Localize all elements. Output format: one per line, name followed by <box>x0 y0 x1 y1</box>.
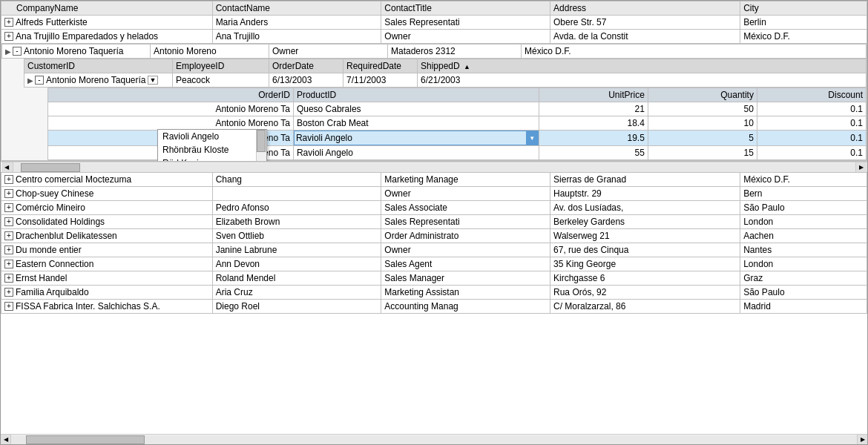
bottom-scrollbar[interactable]: ◀ ▶ <box>1 434 867 444</box>
expand-button[interactable]: + <box>4 217 13 226</box>
h-scroll-track[interactable] <box>13 163 855 172</box>
sub-expand-button[interactable]: - <box>35 76 44 85</box>
table-row[interactable]: + Alfreds Futterkiste Maria Anders Sales… <box>1 16 867 30</box>
table-row[interactable]: + Centro comercial Moctezuma Chang Marke… <box>1 173 867 187</box>
sub-col-customerid[interactable]: CustomerID <box>24 59 173 73</box>
table-row[interactable]: + Familia Arquibaldo Aria Cruz Marketing… <box>1 286 867 300</box>
expand-button[interactable]: - <box>13 47 22 56</box>
expand-button[interactable]: + <box>4 18 13 27</box>
detail-col-discount[interactable]: Discount <box>757 88 866 102</box>
expand-button[interactable]: + <box>4 288 13 297</box>
scroll-left-btn[interactable]: ◀ <box>4 164 9 171</box>
h-scroll-right-btn[interactable]: ▶ <box>861 436 865 443</box>
expand-button[interactable]: + <box>4 245 13 254</box>
h-scroll-track-bottom[interactable] <box>11 435 857 444</box>
expand-button[interactable]: + <box>4 302 13 311</box>
detail-row[interactable]: Antonio Moreno Ta Queso Cabrales 21 50 0… <box>48 102 867 116</box>
table-row[interactable]: + FISSA Fabrica Inter. Salchichas S.A. D… <box>1 300 867 314</box>
col-contact[interactable]: ContactName <box>212 1 381 16</box>
dropdown-scrollbar-thumb[interactable] <box>257 130 266 152</box>
current-row-indicator: ▶ <box>5 47 11 56</box>
sub-col-employeeid[interactable]: EmployeeID <box>173 59 269 73</box>
main-grid[interactable]: CompanyName ContactName ContactTitle Add… <box>1 1 867 434</box>
sub-col-orderdate[interactable]: OrderDate <box>269 59 343 73</box>
table-row[interactable]: + Drachenblut Delikatessen Sven Ottlieb … <box>1 229 867 243</box>
h-scroll-thumb[interactable] <box>21 163 80 172</box>
product-dropdown[interactable]: Ravioli Angelo ▼ <box>294 131 539 145</box>
table-row[interactable]: + Ernst Handel Roland Mendel Sales Manag… <box>1 271 867 286</box>
table-row[interactable]: + Du monde entier Janine Labrune Owner 6… <box>1 243 867 257</box>
sub-table-row[interactable]: ▶ - Antonio Moreno Taquería ▼ <box>24 73 867 88</box>
orders-sub-table: CustomerID EmployeeID OrderDate <box>24 59 867 88</box>
table-row[interactable]: + Chop-suey Chinese Owner Hauptstr. 29 B… <box>1 187 867 201</box>
dropdown-item[interactable]: Röd Kaviar <box>158 156 256 162</box>
table-row-expanded[interactable]: ▶ - Antonio Moreno Taquería Antonio More… <box>1 44 867 162</box>
detail-col-orderid[interactable]: OrderID <box>48 88 294 102</box>
expand-button[interactable]: + <box>4 260 13 268</box>
detail-col-unitprice[interactable]: UnitPrice <box>539 88 648 102</box>
detail-row[interactable]: Antonio Moreno Ta Boston Crab Meat 18.4 … <box>48 116 867 131</box>
col-company[interactable]: CompanyName <box>1 1 213 16</box>
dropdown-item[interactable]: Ravioli Angelo <box>158 130 256 143</box>
scroll-right-btn[interactable]: ▶ <box>859 164 864 171</box>
expand-button[interactable]: + <box>4 203 13 212</box>
h-scroll-thumb-bottom[interactable] <box>26 435 145 444</box>
dropdown-item[interactable]: Rhönbräu Kloste <box>158 143 256 156</box>
sub-col-shippeddate[interactable]: ShippedD ▲ <box>418 59 867 73</box>
sub-col-requireddate[interactable]: RequiredDate <box>343 59 418 73</box>
col-city[interactable]: City <box>740 1 867 16</box>
expand-button[interactable]: + <box>4 189 13 198</box>
table-row[interactable]: + Comércio Mineiro Pedro Afonso Sales As… <box>1 201 867 215</box>
dropdown-toggle-button[interactable]: ▼ <box>526 131 538 145</box>
expand-button[interactable]: + <box>4 32 13 41</box>
h-scroll-left-btn[interactable]: ◀ <box>4 436 8 443</box>
table-row-eastern-connection[interactable]: + Eastern Connection Ann Devon Sales Age… <box>1 257 867 271</box>
dropdown-arrow-icon: ▼ <box>529 135 535 142</box>
expand-button[interactable]: + <box>4 274 13 283</box>
table-row[interactable]: + Ana Trujillo Emparedados y helados Ana… <box>1 30 867 44</box>
col-title[interactable]: ContactTitle <box>381 1 550 16</box>
main-container: CompanyName ContactName ContactTitle Add… <box>0 0 868 445</box>
sub-row-indicator: ▶ <box>27 76 33 85</box>
product-dropdown-list[interactable]: Ravioli Angelo Rhönbräu Kloste Röd Kavia… <box>157 129 267 162</box>
col-address[interactable]: Address <box>550 1 740 16</box>
expand-button[interactable]: + <box>4 231 13 240</box>
table-row[interactable]: + Consolidated Holdings Elizabeth Brown … <box>1 215 867 229</box>
scroll-row: ◀ ▶ <box>1 162 867 173</box>
detail-col-quantity[interactable]: Quantity <box>648 88 757 102</box>
dropdown-scrollbar[interactable] <box>256 130 266 162</box>
detail-col-productid[interactable]: ProductID <box>293 88 539 102</box>
main-table: CompanyName ContactName ContactTitle Add… <box>1 1 867 314</box>
expand-button[interactable]: + <box>4 175 13 184</box>
